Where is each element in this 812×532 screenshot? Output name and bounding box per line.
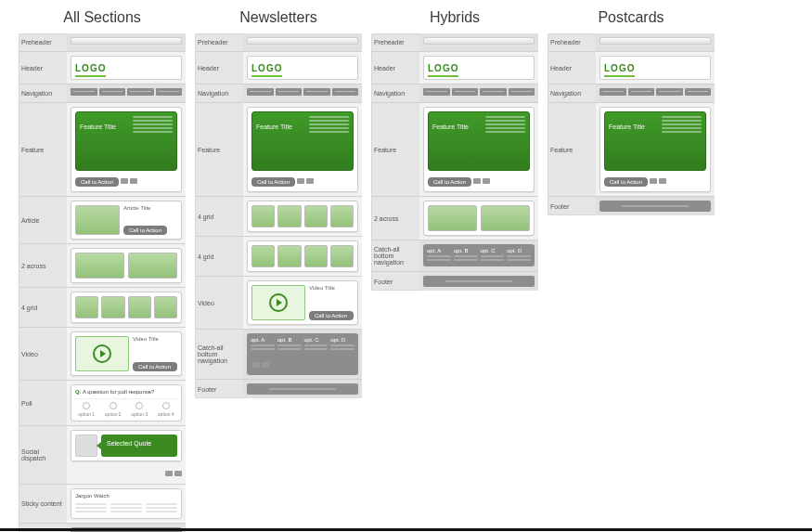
catchall-nav[interactable]: opt. Aopt. Bopt. Copt. D bbox=[423, 244, 535, 266]
feature-card[interactable]: Feature TitleCall to Action bbox=[599, 107, 711, 192]
feature-title: Feature Title bbox=[80, 123, 116, 130]
column-title: All Sections bbox=[63, 9, 141, 26]
label-two-across: 2 across bbox=[19, 244, 67, 287]
facebook-icon[interactable] bbox=[473, 178, 481, 184]
label-navigation: Navigation bbox=[19, 84, 67, 102]
logo: LOGO bbox=[604, 61, 635, 77]
column-title: Postcards bbox=[598, 9, 664, 26]
column-hybrids: Hybrids Preheader HeaderLOGO Navigation … bbox=[371, 7, 538, 532]
twitter-icon[interactable] bbox=[130, 178, 137, 184]
label-preheader: Preheader bbox=[19, 33, 67, 51]
column-newsletters: Newsletters Preheader HeaderLOGO Navigat… bbox=[195, 7, 362, 532]
cta-button[interactable]: Call to Action bbox=[123, 226, 167, 235]
cta-button[interactable]: Call to Action bbox=[133, 362, 177, 371]
bottom-border bbox=[0, 528, 812, 531]
feature-card[interactable]: Feature TitleCall to Action bbox=[71, 107, 182, 192]
template-panel-postcards: Preheader HeaderLOGO Navigation FeatureF… bbox=[548, 33, 715, 215]
column-title: Hybrids bbox=[430, 9, 480, 26]
header-box: LOGO bbox=[71, 56, 182, 80]
twitter-icon[interactable] bbox=[659, 178, 666, 184]
article-card[interactable]: Article TitleCall to Action bbox=[71, 201, 182, 240]
twitter-icon[interactable] bbox=[483, 178, 490, 184]
cta-button[interactable]: Call to Action bbox=[75, 177, 119, 187]
column-title: Newsletters bbox=[239, 9, 317, 26]
grid-image bbox=[128, 253, 177, 279]
twitter-icon[interactable] bbox=[262, 362, 269, 368]
twitter-icon[interactable] bbox=[306, 178, 314, 184]
poll-option[interactable]: option 4 bbox=[155, 402, 178, 417]
column-postcards: Postcards Preheader HeaderLOGO Navigatio… bbox=[548, 7, 715, 532]
label-poll: Poll bbox=[19, 381, 67, 425]
sticky-card[interactable]: Jargon Watch bbox=[71, 488, 182, 519]
four-grid-card[interactable] bbox=[71, 292, 182, 323]
label-article: Article bbox=[19, 197, 67, 243]
logo: LOGO bbox=[428, 61, 458, 77]
jargon-title: Jargon Watch bbox=[75, 493, 177, 499]
facebook-icon[interactable] bbox=[165, 471, 173, 476]
template-panel-all: Preheader HeaderLOGO Navigation FeatureF… bbox=[19, 33, 186, 532]
grid-image bbox=[154, 296, 177, 318]
radio-icon[interactable] bbox=[83, 402, 90, 409]
nav-bar[interactable] bbox=[71, 88, 182, 96]
video-thumb[interactable] bbox=[75, 336, 129, 371]
radio-icon[interactable] bbox=[135, 402, 143, 409]
label-social: Social dispatch bbox=[19, 426, 67, 484]
article-title: Article Title bbox=[123, 205, 177, 211]
avatar bbox=[75, 435, 97, 457]
poll-option[interactable]: option 2 bbox=[102, 402, 125, 417]
video-card[interactable]: Video TitleCall to Action bbox=[71, 331, 182, 376]
template-panel-hybrids: Preheader HeaderLOGO Navigation FeatureF… bbox=[371, 33, 538, 291]
quote-bubble: Selected Quote bbox=[101, 435, 177, 457]
template-panel-newsletters: Preheader HeaderLOGO Navigation FeatureF… bbox=[195, 33, 362, 398]
footer-bar bbox=[247, 383, 358, 395]
label-sticky: Sticky content bbox=[19, 485, 67, 523]
two-across-card[interactable] bbox=[71, 248, 182, 283]
feature-card[interactable]: Feature TitleCall to Action bbox=[423, 107, 535, 192]
poll-q-prefix: Q: bbox=[75, 389, 82, 395]
grid-image bbox=[75, 296, 98, 318]
nav-bar[interactable] bbox=[247, 88, 358, 96]
poll-card[interactable]: Q: A question for poll response?option 1… bbox=[71, 384, 182, 422]
preheader-bar bbox=[71, 37, 182, 45]
preheader-bar bbox=[247, 37, 358, 45]
grid-image bbox=[101, 296, 124, 318]
play-icon[interactable] bbox=[269, 293, 288, 312]
feature-card[interactable]: Feature TitleCall to Action bbox=[247, 107, 358, 192]
grid-image bbox=[128, 296, 151, 318]
twitter-icon[interactable] bbox=[174, 471, 182, 476]
four-grid-card[interactable] bbox=[247, 201, 358, 232]
radio-icon[interactable] bbox=[162, 402, 170, 409]
nav-bar[interactable] bbox=[599, 88, 711, 96]
label-video: Video bbox=[19, 328, 67, 380]
radio-icon[interactable] bbox=[110, 402, 117, 409]
video-title: Video Title bbox=[133, 336, 177, 342]
poll-option[interactable]: option 1 bbox=[75, 402, 98, 417]
preheader-bar bbox=[423, 37, 535, 45]
poll-question: A question for poll response? bbox=[83, 389, 154, 395]
grid-image bbox=[75, 253, 124, 279]
label-four-grid: 4 grid bbox=[19, 288, 67, 327]
video-card[interactable]: Video TitleCall to Action bbox=[247, 280, 358, 325]
preheader-bar bbox=[599, 37, 711, 45]
label-feature: Feature bbox=[19, 103, 67, 196]
column-all-sections: All Sections Preheader HeaderLOGO Naviga… bbox=[19, 7, 186, 532]
logo: LOGO bbox=[75, 61, 106, 77]
play-icon[interactable] bbox=[93, 344, 111, 363]
facebook-icon[interactable] bbox=[252, 362, 260, 368]
nav-bar[interactable] bbox=[423, 88, 535, 96]
poll-option[interactable]: option 3 bbox=[128, 402, 151, 417]
footer-bar bbox=[599, 201, 711, 212]
facebook-icon[interactable] bbox=[650, 178, 657, 184]
article-image bbox=[75, 205, 120, 235]
four-grid-card[interactable] bbox=[247, 240, 358, 272]
social-card[interactable]: Selected Quote bbox=[71, 430, 182, 461]
label-header: Header bbox=[19, 52, 67, 84]
facebook-icon[interactable] bbox=[121, 178, 128, 184]
catchall-nav[interactable]: opt. Aopt. Bopt. Copt. D bbox=[247, 333, 358, 375]
two-across-card[interactable] bbox=[423, 201, 535, 236]
facebook-icon[interactable] bbox=[297, 178, 304, 184]
footer-bar bbox=[423, 276, 535, 287]
logo: LOGO bbox=[251, 61, 282, 77]
